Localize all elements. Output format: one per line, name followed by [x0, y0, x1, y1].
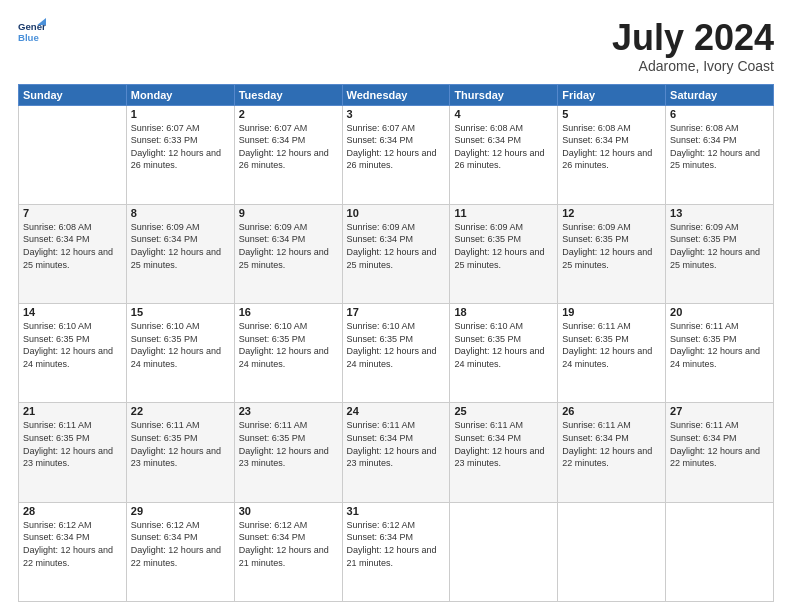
day-number: 23 [239, 405, 338, 417]
day-number: 26 [562, 405, 661, 417]
table-row: 2Sunrise: 6:07 AMSunset: 6:34 PMDaylight… [234, 105, 342, 204]
day-number: 7 [23, 207, 122, 219]
table-row: 4Sunrise: 6:08 AMSunset: 6:34 PMDaylight… [450, 105, 558, 204]
table-row: 26Sunrise: 6:11 AMSunset: 6:34 PMDayligh… [558, 403, 666, 502]
day-number: 19 [562, 306, 661, 318]
cell-info: Sunrise: 6:09 AMSunset: 6:35 PMDaylight:… [562, 221, 661, 271]
table-row [19, 105, 127, 204]
table-row: 27Sunrise: 6:11 AMSunset: 6:34 PMDayligh… [666, 403, 774, 502]
day-number: 20 [670, 306, 769, 318]
cell-info: Sunrise: 6:10 AMSunset: 6:35 PMDaylight:… [347, 320, 446, 370]
cell-info: Sunrise: 6:12 AMSunset: 6:34 PMDaylight:… [239, 519, 338, 569]
table-row [666, 502, 774, 601]
cell-info: Sunrise: 6:12 AMSunset: 6:34 PMDaylight:… [347, 519, 446, 569]
day-number: 30 [239, 505, 338, 517]
cell-info: Sunrise: 6:09 AMSunset: 6:34 PMDaylight:… [347, 221, 446, 271]
header-monday: Monday [126, 84, 234, 105]
table-row: 23Sunrise: 6:11 AMSunset: 6:35 PMDayligh… [234, 403, 342, 502]
table-row: 9Sunrise: 6:09 AMSunset: 6:34 PMDaylight… [234, 204, 342, 303]
header-saturday: Saturday [666, 84, 774, 105]
day-number: 16 [239, 306, 338, 318]
header-tuesday: Tuesday [234, 84, 342, 105]
day-number: 28 [23, 505, 122, 517]
cell-info: Sunrise: 6:11 AMSunset: 6:34 PMDaylight:… [347, 419, 446, 469]
cell-info: Sunrise: 6:07 AMSunset: 6:33 PMDaylight:… [131, 122, 230, 172]
day-number: 25 [454, 405, 553, 417]
table-row: 12Sunrise: 6:09 AMSunset: 6:35 PMDayligh… [558, 204, 666, 303]
calendar-week-row: 7Sunrise: 6:08 AMSunset: 6:34 PMDaylight… [19, 204, 774, 303]
cell-info: Sunrise: 6:07 AMSunset: 6:34 PMDaylight:… [239, 122, 338, 172]
cell-info: Sunrise: 6:12 AMSunset: 6:34 PMDaylight:… [131, 519, 230, 569]
calendar-table: Sunday Monday Tuesday Wednesday Thursday… [18, 84, 774, 602]
day-number: 21 [23, 405, 122, 417]
day-number: 17 [347, 306, 446, 318]
logo-icon: General Blue [18, 18, 46, 46]
cell-info: Sunrise: 6:08 AMSunset: 6:34 PMDaylight:… [562, 122, 661, 172]
table-row: 11Sunrise: 6:09 AMSunset: 6:35 PMDayligh… [450, 204, 558, 303]
svg-text:Blue: Blue [18, 32, 39, 43]
calendar-week-row: 21Sunrise: 6:11 AMSunset: 6:35 PMDayligh… [19, 403, 774, 502]
cell-info: Sunrise: 6:10 AMSunset: 6:35 PMDaylight:… [131, 320, 230, 370]
table-row: 17Sunrise: 6:10 AMSunset: 6:35 PMDayligh… [342, 304, 450, 403]
table-row: 29Sunrise: 6:12 AMSunset: 6:34 PMDayligh… [126, 502, 234, 601]
day-number: 15 [131, 306, 230, 318]
cell-info: Sunrise: 6:08 AMSunset: 6:34 PMDaylight:… [23, 221, 122, 271]
cell-info: Sunrise: 6:11 AMSunset: 6:34 PMDaylight:… [562, 419, 661, 469]
day-number: 8 [131, 207, 230, 219]
cell-info: Sunrise: 6:11 AMSunset: 6:34 PMDaylight:… [670, 419, 769, 469]
table-row: 7Sunrise: 6:08 AMSunset: 6:34 PMDaylight… [19, 204, 127, 303]
day-number: 2 [239, 108, 338, 120]
header-friday: Friday [558, 84, 666, 105]
day-number: 22 [131, 405, 230, 417]
table-row: 1Sunrise: 6:07 AMSunset: 6:33 PMDaylight… [126, 105, 234, 204]
subtitle: Adarome, Ivory Coast [612, 58, 774, 74]
header-thursday: Thursday [450, 84, 558, 105]
logo: General Blue [18, 18, 46, 46]
cell-info: Sunrise: 6:10 AMSunset: 6:35 PMDaylight:… [23, 320, 122, 370]
table-row: 25Sunrise: 6:11 AMSunset: 6:34 PMDayligh… [450, 403, 558, 502]
calendar-week-row: 14Sunrise: 6:10 AMSunset: 6:35 PMDayligh… [19, 304, 774, 403]
table-row: 30Sunrise: 6:12 AMSunset: 6:34 PMDayligh… [234, 502, 342, 601]
table-row: 14Sunrise: 6:10 AMSunset: 6:35 PMDayligh… [19, 304, 127, 403]
day-number: 27 [670, 405, 769, 417]
cell-info: Sunrise: 6:07 AMSunset: 6:34 PMDaylight:… [347, 122, 446, 172]
cell-info: Sunrise: 6:11 AMSunset: 6:35 PMDaylight:… [23, 419, 122, 469]
day-number: 3 [347, 108, 446, 120]
table-row: 13Sunrise: 6:09 AMSunset: 6:35 PMDayligh… [666, 204, 774, 303]
table-row: 6Sunrise: 6:08 AMSunset: 6:34 PMDaylight… [666, 105, 774, 204]
cell-info: Sunrise: 6:11 AMSunset: 6:34 PMDaylight:… [454, 419, 553, 469]
day-number: 4 [454, 108, 553, 120]
table-row: 18Sunrise: 6:10 AMSunset: 6:35 PMDayligh… [450, 304, 558, 403]
page: General Blue July 2024 Adarome, Ivory Co… [0, 0, 792, 612]
day-number: 5 [562, 108, 661, 120]
table-row: 10Sunrise: 6:09 AMSunset: 6:34 PMDayligh… [342, 204, 450, 303]
cell-info: Sunrise: 6:11 AMSunset: 6:35 PMDaylight:… [670, 320, 769, 370]
table-row: 16Sunrise: 6:10 AMSunset: 6:35 PMDayligh… [234, 304, 342, 403]
main-title: July 2024 [612, 18, 774, 58]
day-number: 1 [131, 108, 230, 120]
table-row: 8Sunrise: 6:09 AMSunset: 6:34 PMDaylight… [126, 204, 234, 303]
cell-info: Sunrise: 6:08 AMSunset: 6:34 PMDaylight:… [670, 122, 769, 172]
cell-info: Sunrise: 6:11 AMSunset: 6:35 PMDaylight:… [562, 320, 661, 370]
header-wednesday: Wednesday [342, 84, 450, 105]
cell-info: Sunrise: 6:11 AMSunset: 6:35 PMDaylight:… [131, 419, 230, 469]
table-row [558, 502, 666, 601]
day-number: 12 [562, 207, 661, 219]
day-number: 29 [131, 505, 230, 517]
day-number: 14 [23, 306, 122, 318]
cell-info: Sunrise: 6:11 AMSunset: 6:35 PMDaylight:… [239, 419, 338, 469]
day-number: 6 [670, 108, 769, 120]
cell-info: Sunrise: 6:10 AMSunset: 6:35 PMDaylight:… [239, 320, 338, 370]
table-row: 28Sunrise: 6:12 AMSunset: 6:34 PMDayligh… [19, 502, 127, 601]
day-number: 13 [670, 207, 769, 219]
calendar-week-row: 1Sunrise: 6:07 AMSunset: 6:33 PMDaylight… [19, 105, 774, 204]
header: General Blue July 2024 Adarome, Ivory Co… [18, 18, 774, 74]
cell-info: Sunrise: 6:10 AMSunset: 6:35 PMDaylight:… [454, 320, 553, 370]
table-row: 21Sunrise: 6:11 AMSunset: 6:35 PMDayligh… [19, 403, 127, 502]
title-block: July 2024 Adarome, Ivory Coast [612, 18, 774, 74]
table-row: 5Sunrise: 6:08 AMSunset: 6:34 PMDaylight… [558, 105, 666, 204]
cell-info: Sunrise: 6:09 AMSunset: 6:34 PMDaylight:… [131, 221, 230, 271]
cell-info: Sunrise: 6:09 AMSunset: 6:35 PMDaylight:… [454, 221, 553, 271]
header-sunday: Sunday [19, 84, 127, 105]
table-row: 22Sunrise: 6:11 AMSunset: 6:35 PMDayligh… [126, 403, 234, 502]
